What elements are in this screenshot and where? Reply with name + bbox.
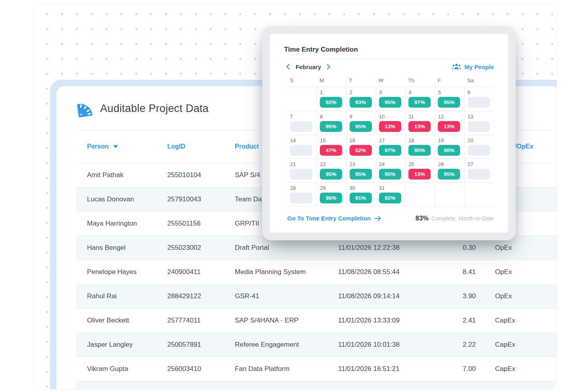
day-completion-pill[interactable]: 95% bbox=[408, 145, 431, 156]
day-completion-pill[interactable]: 92% bbox=[379, 193, 401, 203]
calendar-day-4: 497% bbox=[405, 87, 435, 111]
people-group-icon bbox=[452, 63, 461, 70]
calendar-cell-blank bbox=[435, 182, 464, 206]
column-header-person[interactable]: Person bbox=[76, 143, 167, 150]
day-completion-pill[interactable]: 13% bbox=[408, 121, 431, 132]
day-number: 4 bbox=[408, 89, 435, 96]
day-completion-pill[interactable]: 13% bbox=[408, 169, 431, 180]
cell-started: 11/08/2026 08:55:44 bbox=[338, 268, 451, 276]
day-number: 28 bbox=[290, 185, 317, 191]
day-completion-pill[interactable]: 95% bbox=[320, 121, 342, 132]
day-number: 9 bbox=[350, 113, 376, 120]
column-header-person-label: Person bbox=[87, 143, 108, 150]
calendar-day-12: 1213% bbox=[435, 111, 464, 135]
next-month-button[interactable] bbox=[325, 63, 333, 71]
completion-caption: Complete, Month-to-Date bbox=[431, 215, 494, 222]
cell-person: Rahul Rai bbox=[76, 292, 167, 300]
day-completion-pill[interactable]: 95% bbox=[379, 97, 401, 108]
day-number: 1 bbox=[320, 89, 346, 96]
day-empty-pill bbox=[290, 145, 312, 156]
day-completion-pill[interactable]: 47% bbox=[320, 145, 342, 156]
cell-logid: 288429122 bbox=[167, 292, 235, 300]
day-completion-pill[interactable]: 95% bbox=[350, 121, 372, 132]
table-row: Sashi Jain280097401PATR 4.011/08/2026 18… bbox=[76, 381, 557, 390]
day-completion-pill[interactable]: 13% bbox=[438, 121, 460, 132]
table-row: Rahul Rai288429122GSR-4111/08/2026 09:14… bbox=[76, 284, 557, 308]
cell-started: 11/01/2026 10:01:38 bbox=[338, 341, 451, 349]
day-completion-pill[interactable]: 93% bbox=[350, 97, 372, 108]
chevron-left-icon bbox=[286, 64, 290, 70]
day-completion-pill[interactable]: 97% bbox=[379, 145, 401, 156]
calendar-cell-blank bbox=[287, 87, 317, 111]
day-completion-pill[interactable]: 97% bbox=[408, 97, 431, 108]
calendar-day-9: 995% bbox=[346, 111, 376, 135]
calendar-day-8: 895% bbox=[317, 111, 346, 135]
day-number: 30 bbox=[350, 185, 376, 191]
go-to-time-entry-completion-link[interactable]: Go To Time Entry Completion bbox=[287, 215, 381, 222]
day-number: 7 bbox=[290, 113, 317, 120]
day-completion-pill[interactable]: 95% bbox=[320, 169, 342, 180]
cell-capex: OpEx bbox=[487, 268, 557, 276]
weekday-label: T bbox=[346, 77, 376, 83]
table-row: Jasper Langley250057891Referee Engagemen… bbox=[76, 332, 557, 357]
calendar-day-6: 6 bbox=[464, 87, 494, 111]
cell-hours: 3.90 bbox=[451, 292, 487, 300]
day-number: 10 bbox=[379, 113, 405, 120]
calendar-day-21: 21 bbox=[287, 158, 317, 182]
day-completion-pill[interactable]: 95% bbox=[350, 169, 372, 180]
cell-product: Fan Data Platform bbox=[235, 365, 338, 373]
cell-capex: OpEx bbox=[487, 244, 557, 252]
weekday-label: Sa bbox=[464, 77, 494, 83]
table-row: Oliver Beckett257774011SAP S/4HANA - ERP… bbox=[76, 308, 557, 332]
arrow-right-icon bbox=[374, 216, 381, 221]
day-empty-pill bbox=[290, 169, 312, 180]
chevron-right-icon bbox=[327, 64, 331, 70]
calendar-day-20: 20 bbox=[464, 135, 494, 158]
cell-logid: 255023002 bbox=[167, 244, 235, 252]
cell-logid: 255501156 bbox=[167, 220, 235, 228]
cell-hours: 2.22 bbox=[451, 341, 487, 349]
weekday-label: Th bbox=[405, 77, 435, 83]
day-number: 15 bbox=[320, 137, 346, 144]
previous-month-button[interactable] bbox=[284, 63, 292, 71]
calendar-day-17: 1797% bbox=[376, 135, 405, 158]
calendar-day-2: 293% bbox=[346, 87, 376, 111]
cell-logid: 240900411 bbox=[167, 268, 235, 276]
cell-logid: 257910043 bbox=[167, 195, 235, 203]
cell-hours: 4.85 bbox=[451, 389, 487, 390]
day-completion-pill[interactable]: 52% bbox=[350, 145, 372, 156]
day-completion-pill[interactable]: 90% bbox=[438, 145, 460, 156]
calendar-day-16: 1652% bbox=[346, 135, 376, 158]
day-number: 12 bbox=[438, 113, 464, 120]
day-completion-pill[interactable]: 95% bbox=[438, 169, 460, 180]
calendar-day-30: 3091% bbox=[346, 182, 376, 206]
cell-hours: 8.41 bbox=[451, 268, 487, 276]
day-number: 14 bbox=[290, 137, 317, 144]
calendar-day-3: 395% bbox=[376, 87, 405, 111]
completion-summary: 83% Complete, Month-to-Date bbox=[416, 214, 494, 222]
day-empty-pill bbox=[290, 121, 312, 132]
day-number: 22 bbox=[320, 161, 346, 168]
my-people-button[interactable]: My People bbox=[452, 63, 494, 70]
modal-footer: Go To Time Entry Completion 83% Complete… bbox=[284, 214, 494, 222]
cell-capex: OpEx bbox=[487, 292, 557, 300]
day-completion-pill[interactable]: 13% bbox=[379, 121, 401, 132]
cell-capex: CapEx bbox=[487, 365, 557, 373]
calendar-day-14: 14 bbox=[287, 135, 317, 158]
calendar-day-25: 2513% bbox=[405, 158, 435, 182]
page-title: Auditable Project Data bbox=[100, 100, 209, 115]
day-number: 26 bbox=[438, 161, 464, 168]
day-completion-pill[interactable]: 95% bbox=[379, 169, 401, 180]
day-completion-pill[interactable]: 91% bbox=[350, 193, 372, 203]
calendar-cell-blank bbox=[405, 182, 435, 206]
day-completion-pill[interactable]: 96% bbox=[320, 193, 342, 203]
cell-person: Vikram Gupta bbox=[76, 365, 167, 373]
day-number: 20 bbox=[468, 137, 494, 144]
day-number: 23 bbox=[350, 161, 376, 168]
cell-started: 11/08/2026 09:14:14 bbox=[338, 292, 451, 300]
calendar-day-11: 1113% bbox=[405, 111, 435, 135]
day-completion-pill[interactable]: 92% bbox=[320, 97, 342, 108]
table-row: Penelope Hayes240900411Media Planning Sy… bbox=[76, 260, 557, 284]
calendar-cell-blank bbox=[464, 182, 494, 206]
day-completion-pill[interactable]: 95% bbox=[438, 97, 460, 108]
